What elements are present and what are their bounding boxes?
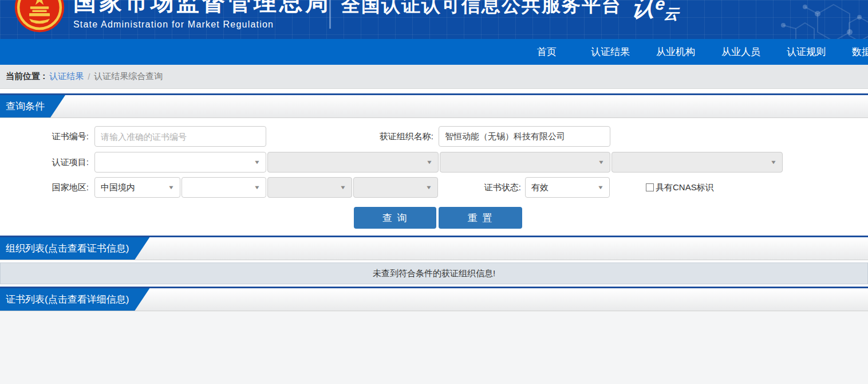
project-select-3: ▼ [440,152,610,173]
query-form: 证书编号: 获证组织名称: 认证项目: ▼ ▼ ▼ ▼ 国家地区: 中国境内 ▼… [0,118,868,236]
certification-query-page: 国家市场监督管理总局 State Administration for Mark… [0,0,868,384]
org-name-label: 获证组织名称: [344,126,433,147]
status-select[interactable]: 有效 ▼ [525,177,610,198]
ren-e-cloud-logo: 认e云 [630,0,681,23]
org-title-en: State Administration for Market Regulati… [73,19,331,30]
org-list-section-tab: 组织列表(点击查看证书信息) [0,237,149,260]
region-select-district: ▼ [353,177,438,198]
query-section-header: 查询条件 [0,93,868,118]
org-title-block: 国家市场监督管理总局 State Administration for Mark… [73,0,331,30]
org-list-section-header: 组织列表(点击查看证书信息) [0,236,868,260]
org-name-input[interactable] [439,126,610,147]
breadcrumb-link-cert-results[interactable]: 认证结果 [49,71,84,82]
org-title-cn: 国家市场监督管理总局 [73,0,331,18]
breadcrumb-separator: / [88,72,90,81]
site-banner: 国家市场监督管理总局 State Administration for Mark… [0,0,868,39]
spacer [0,89,868,93]
reset-button[interactable]: 重 置 [439,207,522,229]
banner-divider [329,0,331,29]
cert-no-input[interactable] [94,126,266,147]
cnas-label: 具有CNAS标识 [656,182,714,193]
chevron-down-icon: ▼ [426,159,433,166]
china-national-emblem-icon [14,0,65,33]
breadcrumb-prefix: 当前位置 : [6,71,45,82]
status-label: 证书状态: [458,177,521,198]
main-navbar: 首页 认证结果 从业机构 从业人员 认证规则 数据 [0,39,868,65]
chevron-down-icon: ▼ [770,159,777,166]
region-select-country[interactable]: 中国境内 ▼ [94,177,180,198]
cert-list-section-tab: 证书列表(点击查看详细信息) [0,288,149,311]
org-list-empty-message: 未查到符合条件的获证组织信息! [0,262,868,284]
cert-no-label: 证书编号: [0,126,89,147]
status-select-value: 有效 [531,182,549,193]
region-select-city: ▼ [267,177,352,198]
platform-title: 全国认证认可信息公共服务平台 [341,0,622,18]
chevron-down-icon: ▼ [597,185,604,191]
cert-list-section-header: 证书列表(点击查看详细信息) [0,287,868,311]
breadcrumb: 当前位置 : 认证结果 / 认证结果综合查询 [0,65,868,89]
nav-item-rules[interactable]: 认证规则 [787,45,826,58]
breadcrumb-current: 认证结果综合查询 [94,71,163,82]
cnas-checkbox[interactable] [646,183,654,191]
nav-item-institutions[interactable]: 从业机构 [656,45,695,58]
project-select-1[interactable]: ▼ [94,152,266,173]
region-select-value: 中国境内 [101,182,135,193]
cert-list-empty-area [0,311,868,384]
chevron-down-icon: ▼ [340,185,346,191]
chevron-down-icon: ▼ [425,185,432,191]
nav-items: 首页 认证结果 从业机构 从业人员 认证规则 数据 [537,39,868,65]
nav-item-home[interactable]: 首页 [537,45,557,58]
chevron-down-icon: ▼ [254,185,261,191]
region-label: 国家地区: [0,177,89,198]
region-select-province[interactable]: ▼ [182,177,266,198]
project-select-2: ▼ [267,152,439,173]
chevron-down-icon: ▼ [254,159,261,166]
project-select-4: ▼ [611,152,783,173]
project-label: 认证项目: [0,152,89,173]
hexagon-molecule-decoration [719,0,868,39]
query-section-tab: 查询条件 [0,95,65,117]
nav-item-cert-results[interactable]: 认证结果 [591,45,630,58]
nav-item-personnel[interactable]: 从业人员 [721,45,760,58]
search-button[interactable]: 查 询 [354,207,436,229]
chevron-down-icon: ▼ [168,185,175,191]
chevron-down-icon: ▼ [598,159,605,166]
nav-item-data[interactable]: 数据 [852,45,868,58]
cnas-checkbox-group[interactable]: 具有CNAS标识 [646,177,714,198]
